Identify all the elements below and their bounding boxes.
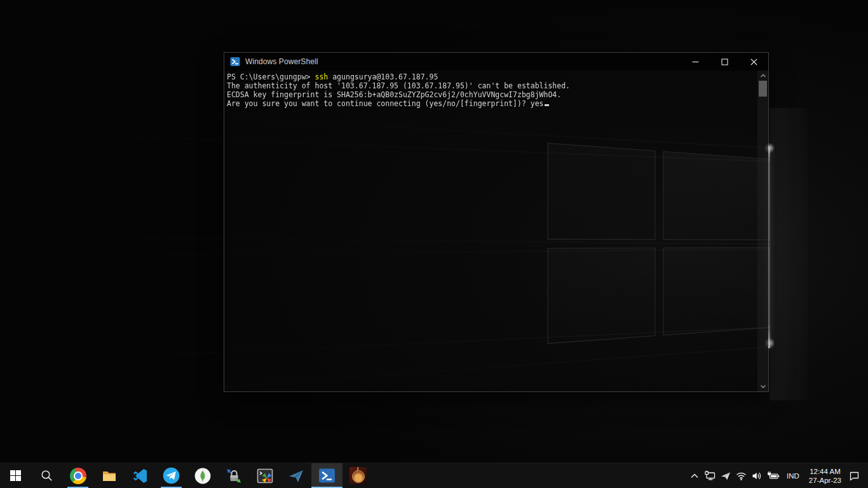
terminal-input-line: Are you sure you want to continue connec…	[227, 99, 756, 108]
safely-remove-hardware-button[interactable]	[705, 463, 715, 488]
terminal-viewport[interactable]: PS C:\Users\gungpw> ssh agungsurya@103.6…	[224, 71, 768, 391]
taskbar-item-winscp[interactable]	[218, 463, 249, 488]
battery-charging-icon	[767, 471, 780, 481]
vscode-icon	[132, 468, 149, 484]
telegram-tray-icon	[721, 471, 731, 481]
folder-icon	[101, 468, 118, 484]
chevron-up-icon	[689, 471, 700, 481]
powershell-window-icon	[230, 57, 240, 67]
scrollbar-up-arrow[interactable]	[760, 71, 766, 81]
wifi-button[interactable]	[736, 463, 747, 488]
mongodb-leaf-icon	[194, 468, 211, 484]
minimize-icon	[692, 58, 699, 65]
search-icon	[41, 470, 53, 482]
telegram-tray-button[interactable]	[721, 463, 731, 488]
language-indicator[interactable]: IND	[785, 463, 801, 488]
safely-remove-hardware-icon	[705, 470, 715, 481]
battery-button[interactable]	[767, 463, 780, 488]
paper-plane-icon	[288, 468, 304, 484]
taskbar-buttons	[0, 463, 374, 488]
action-center-button[interactable]	[849, 463, 860, 488]
maximize-icon	[721, 58, 728, 65]
hidden-icons-button[interactable]	[689, 463, 700, 488]
taskbar-item-telegram[interactable]	[156, 463, 187, 488]
terminal-output-line: ECDSA key fingerprint is SHA256:b+aQB0zS…	[227, 90, 756, 99]
scrollbar-down-arrow[interactable]	[760, 381, 766, 391]
terminal-prompt-line: PS C:\Users\gungpw> ssh agungsurya@103.6…	[227, 72, 756, 81]
minimize-button[interactable]	[681, 53, 710, 71]
clock-time: 12:44 AM	[809, 467, 841, 476]
question-text: Are you sure you want to continue connec…	[227, 99, 531, 108]
prompt-text: PS C:\Users\gungpw>	[227, 72, 315, 81]
powershell-icon	[318, 467, 336, 484]
clock-date: 27-Apr-23	[809, 476, 841, 485]
taskbar-item-vscode[interactable]	[125, 463, 156, 488]
window-title: Windows PowerShell	[245, 57, 681, 66]
taskbar-item-mobaxterm[interactable]	[249, 463, 280, 488]
command-args: agungsurya@103.67.187.95	[328, 72, 438, 81]
terminal-cursor	[545, 104, 549, 106]
taskbar-item-game[interactable]	[342, 463, 374, 488]
taskbar-item-chrome[interactable]	[62, 463, 93, 488]
wallpaper-light-band	[770, 108, 808, 400]
command-text: ssh	[315, 72, 328, 81]
taskbar-item-paper-plane-app[interactable]	[280, 463, 311, 488]
scrollbar-thumb[interactable]	[759, 81, 767, 97]
winscp-padlock-icon	[226, 468, 242, 484]
clock[interactable]: 12:44 AM 27-Apr-23	[806, 463, 844, 488]
typed-answer: yes	[531, 99, 544, 108]
windows-logo-icon	[10, 470, 21, 481]
start-button[interactable]	[0, 463, 31, 488]
terminal-scrollbar[interactable]	[757, 71, 768, 391]
window-titlebar[interactable]: Windows PowerShell	[224, 53, 768, 71]
close-icon	[750, 58, 757, 65]
maximize-button[interactable]	[710, 53, 739, 71]
action-center-icon	[849, 470, 860, 481]
system-tray: IND 12:44 AM 27-Apr-23	[689, 463, 868, 488]
wifi-icon	[736, 471, 747, 481]
taskbar: IND 12:44 AM 27-Apr-23	[0, 463, 868, 488]
taskbar-item-file-explorer[interactable]	[93, 463, 125, 488]
volume-icon	[752, 471, 762, 481]
search-button[interactable]	[31, 463, 62, 488]
mobaxterm-icon	[257, 468, 273, 484]
volume-button[interactable]	[752, 463, 762, 488]
telegram-icon	[163, 467, 180, 484]
close-button[interactable]	[739, 53, 768, 71]
terminal-output-line: The authenticity of host '103.67.187.95 …	[227, 81, 756, 90]
powershell-window: Windows PowerShell PS C:\Users\gungpw> s…	[224, 52, 769, 392]
game-emblem-icon	[349, 467, 367, 484]
taskbar-item-mongodb[interactable]	[187, 463, 218, 488]
taskbar-item-powershell[interactable]	[311, 463, 342, 488]
chrome-icon	[70, 468, 86, 484]
